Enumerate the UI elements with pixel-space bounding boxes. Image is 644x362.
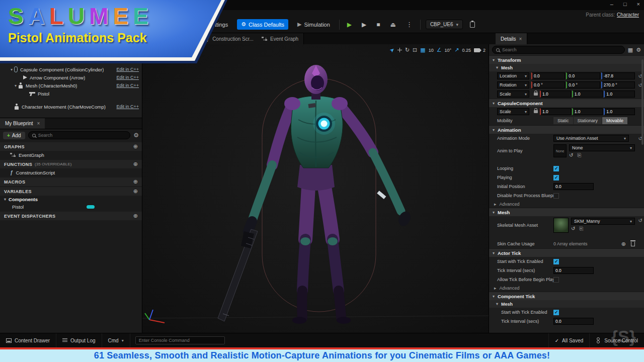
tick-interval-field[interactable]: 0.0 [553, 267, 594, 274]
cmd-dropdown[interactable]: Cmd ▾ [102, 333, 130, 347]
variables-section-header[interactable]: VARIABLES ⊕ [0, 187, 142, 196]
parent-class-link[interactable]: Character [617, 12, 639, 18]
move-tool-icon[interactable] [397, 48, 402, 52]
mobility-static-button[interactable]: Static [553, 117, 573, 124]
rotation-z-field[interactable]: 270.0 ° [601, 81, 635, 88]
expand-arrow-icon[interactable]: ▾ [4, 197, 6, 202]
tick-enabled-checkbox[interactable] [553, 259, 559, 264]
mobility-stationary-button[interactable]: Stationary [574, 117, 602, 124]
close-tab-icon[interactable]: × [37, 121, 40, 126]
components-category[interactable]: ▾ Components [0, 196, 142, 203]
simulation-button[interactable]: ▶ Simulation [293, 19, 334, 30]
maximize-button[interactable]: □ [623, 1, 627, 7]
camera-speed-icon[interactable] [474, 48, 480, 52]
capsule-scale-z-field[interactable]: 1.0 [604, 108, 635, 115]
use-selected-asset-icon[interactable]: ↺ [569, 152, 573, 158]
source-control-button[interactable]: Source Control [589, 333, 644, 347]
allow-tick-checkbox[interactable] [553, 277, 559, 283]
console-command-input-box[interactable] [135, 336, 225, 344]
all-saved-button[interactable]: ✓ All Saved [548, 333, 590, 347]
browse-to-asset-icon[interactable] [470, 22, 475, 28]
capsule-scale-x-field[interactable]: 1.0 [540, 108, 571, 115]
details-scrollbar[interactable] [641, 59, 643, 145]
animation-section-header[interactable]: ▾Animation [489, 125, 644, 134]
blueprint-selector-dropdown[interactable]: CBP_UE6 ▾ [426, 20, 463, 29]
edit-in-cpp-link[interactable]: Edit in C++ [116, 83, 139, 88]
add-button[interactable]: + Add [3, 132, 25, 139]
play-options-menu[interactable]: ⋮ [404, 21, 415, 28]
details-search-input[interactable] [502, 47, 621, 52]
details-settings-icon[interactable]: ⚙ [636, 47, 641, 53]
browse-asset-icon[interactable]: ⎘ [579, 226, 583, 232]
skeletal-mesh-dropdown[interactable]: SKM_Manny▾ [571, 218, 635, 225]
location-y-field[interactable]: 0.0 [566, 72, 600, 79]
scale-snap-value[interactable]: 0.25 [462, 48, 471, 53]
grid-snap-value[interactable]: 10 [429, 48, 434, 53]
disable-postprocess-checkbox[interactable] [553, 193, 559, 199]
eject-button[interactable]: ⏏ [388, 21, 398, 28]
close-tab-icon[interactable]: × [519, 36, 522, 42]
browse-asset-icon[interactable]: ⎘ [577, 152, 581, 158]
add-graph-icon[interactable]: ⊕ [133, 143, 138, 150]
console-command-input[interactable] [139, 338, 221, 343]
add-element-icon[interactable]: ⊕ [621, 241, 626, 247]
rotation-x-field[interactable]: 0.0 ° [531, 81, 565, 88]
playing-checkbox[interactable] [553, 175, 559, 180]
tick-interval-field[interactable]: 0.0 [553, 318, 594, 325]
mesh-section-header[interactable]: ▾Mesh [489, 208, 644, 216]
scale-x-field[interactable]: 1.0 [540, 90, 571, 98]
rotation-snap-icon[interactable]: ∠ [437, 47, 442, 53]
minimize-button[interactable]: – [610, 1, 613, 7]
anim-asset-dropdown[interactable]: None▾ [569, 144, 635, 151]
expand-arrow-icon[interactable]: ▾ [13, 83, 18, 88]
class-defaults-button[interactable]: ⚙ Class Defaults [237, 19, 288, 30]
tick-enabled-checkbox[interactable] [553, 310, 559, 315]
my-blueprint-search[interactable] [28, 131, 131, 139]
add-function-icon[interactable]: ⊕ [133, 161, 138, 167]
tab-details[interactable]: Details × [496, 33, 527, 44]
lock-icon[interactable] [534, 93, 538, 96]
trash-icon[interactable] [631, 242, 635, 246]
pistol-variable-item[interactable]: Pistol [0, 203, 142, 211]
location-x-field[interactable]: 0.0 [531, 72, 565, 79]
settings-gear-icon[interactable]: ⚙ [133, 132, 139, 139]
location-dropdown[interactable]: Location▾ [497, 72, 529, 79]
eventgraph-item[interactable]: EventGraph [0, 151, 142, 159]
lock-icon[interactable] [534, 110, 538, 113]
output-log-button[interactable]: Output Log [56, 333, 102, 347]
animation-mode-dropdown[interactable]: Use Animation Asset▾ [553, 135, 629, 142]
rotate-tool-icon[interactable]: ↻ [405, 47, 410, 53]
component-row[interactable]: ▾ Arrow Component (Arrow) Edit in C++ [0, 73, 142, 81]
scale-snap-icon[interactable]: ↗ [454, 47, 459, 53]
close-button[interactable]: × [637, 1, 640, 7]
play-button[interactable]: ▶ [345, 21, 354, 28]
grid-snap-icon[interactable]: ▦ [420, 47, 425, 53]
capsule-scale-dropdown[interactable]: Scale▾ [497, 108, 529, 115]
tab-event-graph[interactable]: Event Graph [257, 33, 304, 44]
graphs-section-header[interactable]: GRAPHS ⊕ [0, 142, 142, 151]
mesh-subsection[interactable]: ▾Mesh [489, 64, 644, 71]
tab-my-blueprint[interactable]: My Blueprint × [0, 118, 45, 129]
scale-dropdown[interactable]: Scale▾ [497, 90, 529, 98]
rotation-dropdown[interactable]: Rotation▾ [497, 81, 529, 88]
scale-tool-icon[interactable]: ⊡ [413, 47, 417, 53]
component-row[interactable]: ▾ Mesh (CharacterMesh0) Edit in C++ [0, 81, 142, 89]
select-tool-icon[interactable]: ➤ [388, 46, 396, 54]
scale-z-field[interactable]: 1.0 [604, 90, 635, 98]
add-variable-icon[interactable]: ⊕ [133, 188, 138, 195]
scale-y-field[interactable]: 1.0 [572, 90, 603, 98]
content-drawer-button[interactable]: Content Drawer [0, 333, 56, 347]
stop-button[interactable]: ■ [374, 21, 382, 28]
component-tick-section-header[interactable]: ▾Component Tick [489, 292, 644, 300]
use-selected-asset-icon[interactable]: ↺ [571, 226, 575, 232]
camera-speed-value[interactable]: 2 [483, 48, 486, 53]
reset-icon[interactable]: ↺ [638, 218, 642, 223]
looping-checkbox[interactable] [553, 166, 559, 171]
functions-section-header[interactable]: FUNCTIONS (35 OVERRIDABLE) ⊕ [0, 160, 142, 168]
anim-asset-thumbnail[interactable]: None [553, 144, 567, 157]
capsulecomponent-section-header[interactable]: ▾CapsuleComponent [489, 99, 644, 107]
edit-in-cpp-link[interactable]: Edit in C++ [116, 67, 139, 72]
constructionscript-item[interactable]: ƒ ConstructionScript [0, 168, 142, 176]
frame-skip-button[interactable]: ▶ [359, 21, 369, 28]
details-search[interactable] [492, 46, 625, 54]
